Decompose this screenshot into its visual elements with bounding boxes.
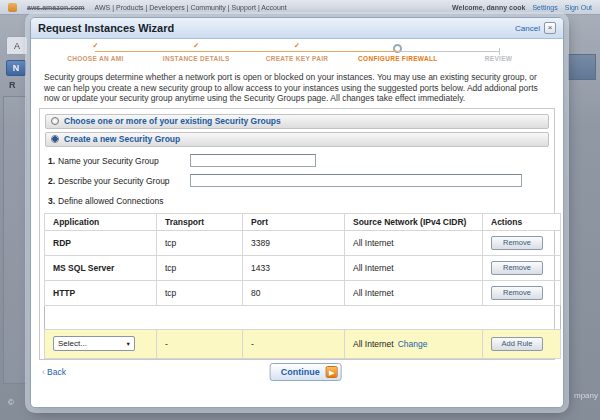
continue-arrow-icon: ▶ (326, 366, 338, 378)
table-spacer-row (45, 305, 561, 329)
background-sidebar (3, 96, 27, 384)
progress-line-end-tick (499, 48, 500, 55)
background-nav-links: AWS | Products | Developers | Community … (95, 4, 287, 11)
continue-button[interactable]: Continue ▶ (270, 363, 342, 381)
cancel-link[interactable]: Cancel (515, 24, 540, 33)
column-transport: Transport (157, 213, 243, 230)
table-row: RDP tcp 3389 All Internet Remove (45, 230, 561, 255)
new-security-group-form: 1. Name your Security Group 2. Describe … (48, 151, 546, 211)
option-create-new-security-group[interactable]: Create a new Security Group (45, 132, 549, 147)
close-icon[interactable]: × (544, 22, 556, 34)
background-top-nav: aws.amazon.com AWS | Products | Develope… (0, 0, 600, 15)
remove-button[interactable]: Remove (491, 286, 543, 300)
remove-button[interactable]: Remove (491, 236, 543, 250)
form-row-name: 1. Name your Security Group (48, 151, 546, 171)
security-group-description-input[interactable] (190, 174, 522, 187)
aws-logo-icon (8, 3, 17, 12)
step-instance-details[interactable]: ✓ INSTANCE DETAILS (146, 42, 247, 68)
wizard-footer: ‹ Back Continue ▶ (31, 360, 563, 384)
settings-link: Settings (532, 4, 557, 11)
progress-line-todo (398, 51, 499, 52)
option-existing-security-groups[interactable]: Choose one or more of your existing Secu… (45, 114, 549, 129)
add-rule-row: Select... ▼ - - All InternetChange Add R… (45, 329, 561, 358)
background-footer-text: mpany (574, 391, 598, 400)
security-groups-description: Security groups determine whether a netw… (44, 72, 550, 104)
step-create-key-pair[interactable]: ✓ CREATE KEY PAIR (247, 42, 348, 68)
table-row: MS SQL Server tcp 1433 All Internet Remo… (45, 255, 561, 280)
step-choose-an-ami[interactable]: ✓ CHOOSE AN AMI (45, 42, 146, 68)
add-rule-button[interactable]: Add Rule (491, 337, 543, 351)
background-blue-button: N (6, 60, 26, 76)
description-field-label: Describe your Security Group (58, 176, 170, 186)
source-value: All Internet (353, 339, 394, 349)
back-link[interactable]: ‹ Back (42, 367, 66, 377)
request-instances-wizard-dialog: Request Instances Wizard Cancel × ✓ CHOO… (30, 17, 564, 408)
sign-out-link: Sign Out (565, 4, 592, 11)
form-row-connections: 3. Define allowed Connections (48, 191, 546, 211)
step-check-icon: ✓ (92, 39, 98, 52)
table-header-row: Application Transport Port Source Networ… (45, 213, 561, 230)
chevron-down-icon: ▼ (126, 341, 131, 347)
column-source-network: Source Network (IPv4 CIDR) (345, 213, 483, 230)
allowed-connections-table: Application Transport Port Source Networ… (44, 213, 561, 359)
security-group-name-input[interactable] (190, 154, 316, 167)
radio-icon[interactable] (51, 117, 59, 125)
step-configure-firewall[interactable]: CONFIGURE FIREWALL (347, 42, 448, 68)
change-source-link[interactable]: Change (398, 339, 428, 349)
connections-label: Define allowed Connections (58, 196, 163, 206)
name-field-label: Name your Security Group (58, 156, 159, 166)
background-footer-copyright: © (8, 398, 14, 407)
radio-selected-icon[interactable] (51, 135, 59, 143)
column-actions: Actions (483, 213, 561, 230)
step-check-icon: ✓ (193, 39, 199, 52)
table-row: HTTP tcp 80 All Internet Remove (45, 280, 561, 305)
background-panel-fragment (568, 54, 596, 80)
dialog-titlebar: Request Instances Wizard Cancel × (31, 18, 563, 39)
aws-logo-text: aws.amazon.com (27, 4, 85, 11)
application-select[interactable]: Select... ▼ (53, 336, 135, 351)
background-label: R (9, 80, 16, 90)
progress-line-done (95, 51, 397, 52)
background-tab: A (6, 36, 28, 55)
welcome-text: Welcome, danny cook (452, 4, 525, 11)
column-port: Port (243, 213, 345, 230)
step-check-icon: ✓ (294, 39, 300, 52)
security-group-panel: Choose one or more of your existing Secu… (39, 108, 555, 360)
step-review: REVIEW (448, 42, 549, 68)
back-arrow-icon: ‹ (42, 367, 45, 377)
dialog-title: Request Instances Wizard (38, 22, 174, 34)
wizard-steps: ✓ CHOOSE AN AMI ✓ INSTANCE DETAILS ✓ CRE… (45, 42, 549, 68)
column-application: Application (45, 213, 157, 230)
remove-button[interactable]: Remove (491, 261, 543, 275)
form-row-description: 2. Describe your Security Group (48, 171, 546, 191)
